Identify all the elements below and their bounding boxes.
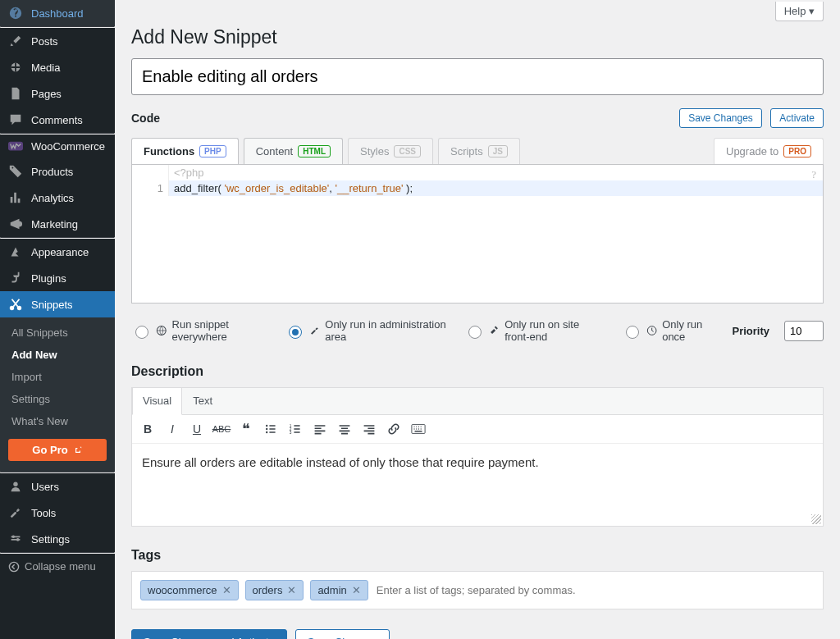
scope-frontend[interactable]: Only run on site front-end bbox=[464, 318, 607, 343]
menu-comments[interactable]: Comments bbox=[0, 107, 115, 133]
align-right-button[interactable] bbox=[358, 418, 380, 440]
menu-posts[interactable]: Posts bbox=[0, 28, 115, 54]
menu-analytics[interactable]: Analytics bbox=[0, 185, 115, 211]
tag-remove-icon[interactable]: ✕ bbox=[222, 584, 231, 596]
pin-icon bbox=[8, 34, 25, 48]
save-and-activate-button[interactable]: Save Changes and Activate bbox=[131, 629, 287, 639]
menu-label: Tools bbox=[31, 507, 56, 519]
menu-tools[interactable]: Tools bbox=[0, 500, 115, 526]
help-tab[interactable]: Help ▾ bbox=[775, 2, 824, 21]
settings-icon bbox=[8, 532, 25, 546]
wrench-icon bbox=[309, 324, 321, 337]
description-body[interactable]: Ensure all orders are editable instead o… bbox=[132, 444, 823, 526]
scope-admin[interactable]: Only run in administration area bbox=[285, 318, 450, 343]
svg-point-4 bbox=[13, 482, 17, 486]
comments-icon bbox=[8, 112, 25, 127]
page-title: Add New Snippet bbox=[131, 26, 824, 48]
snippet-title-input[interactable] bbox=[131, 58, 824, 95]
menu-snippets[interactable]: Snippets bbox=[0, 291, 115, 317]
snippets-icon bbox=[8, 297, 25, 312]
submenu-settings[interactable]: Settings bbox=[0, 388, 115, 410]
menu-label: Dashboard bbox=[31, 7, 84, 20]
menu-appearance[interactable]: Appearance bbox=[0, 239, 115, 265]
menu-marketing[interactable]: Marketing bbox=[0, 211, 115, 237]
external-link-icon bbox=[73, 445, 83, 455]
editor-tab-visual[interactable]: Visual bbox=[132, 388, 182, 415]
menu-settings[interactable]: Settings bbox=[0, 526, 115, 552]
tag-remove-icon[interactable]: ✕ bbox=[287, 584, 296, 596]
activate-button[interactable]: Activate bbox=[770, 108, 824, 128]
svg-point-7 bbox=[9, 562, 18, 571]
save-changes-button-bottom[interactable]: Save Changes bbox=[295, 629, 390, 639]
collapse-menu[interactable]: Collapse menu bbox=[0, 554, 115, 579]
tag-remove-icon[interactable]: ✕ bbox=[352, 584, 361, 596]
underline-button[interactable]: U bbox=[186, 418, 208, 440]
priority-input[interactable] bbox=[784, 321, 824, 341]
tab-scripts: ScriptsJS bbox=[438, 138, 520, 164]
svg-point-6 bbox=[16, 538, 20, 541]
menu-pages[interactable]: Pages bbox=[0, 80, 115, 107]
hammer-icon bbox=[489, 324, 500, 337]
submenu-add-new[interactable]: Add New bbox=[0, 344, 115, 366]
menu-label: WooCommerce bbox=[31, 140, 105, 153]
menu-users[interactable]: Users bbox=[0, 473, 115, 500]
tag-item: orders✕ bbox=[245, 580, 304, 600]
italic-button[interactable]: I bbox=[162, 418, 183, 440]
line-number: 1 bbox=[132, 180, 169, 196]
marketing-icon bbox=[8, 217, 25, 231]
menu-woocommerce[interactable]: WooCommerce bbox=[0, 135, 115, 158]
scope-everywhere[interactable]: Run snippet everywhere bbox=[131, 318, 270, 343]
numbered-list-button[interactable]: 123 bbox=[285, 418, 306, 440]
blockquote-button[interactable]: ❝ bbox=[235, 418, 257, 440]
link-button[interactable] bbox=[383, 418, 404, 440]
clock-icon bbox=[646, 324, 657, 337]
menu-label: Plugins bbox=[31, 272, 66, 285]
code-help-icon[interactable]: ? bbox=[811, 168, 816, 181]
menu-products[interactable]: Products bbox=[0, 158, 115, 185]
svg-point-10 bbox=[266, 425, 267, 427]
collapse-icon bbox=[8, 561, 20, 573]
strikethrough-button[interactable]: ABC bbox=[211, 418, 232, 440]
menu-label: Comments bbox=[31, 114, 83, 126]
align-center-button[interactable] bbox=[334, 418, 355, 440]
bold-button[interactable]: B bbox=[137, 418, 158, 440]
code-editor[interactable]: ? <?php 1add_filter( 'wc_order_is_editab… bbox=[131, 164, 824, 304]
users-icon bbox=[8, 479, 25, 494]
dashboard-icon bbox=[8, 6, 25, 21]
tab-functions[interactable]: FunctionsPHP bbox=[131, 138, 239, 164]
svg-point-12 bbox=[266, 431, 267, 433]
resize-grip[interactable] bbox=[811, 514, 821, 524]
menu-media[interactable]: Media bbox=[0, 54, 115, 80]
save-changes-button[interactable]: Save Changes bbox=[679, 108, 762, 128]
bottom-actions: Save Changes and Activate Save Changes bbox=[131, 629, 824, 639]
plugins-icon bbox=[8, 271, 25, 285]
menu-label: Users bbox=[31, 481, 59, 493]
bullet-list-button[interactable] bbox=[260, 418, 281, 440]
appearance-icon bbox=[8, 244, 25, 259]
tags-box: woocommerce✕ orders✕ admin✕ bbox=[131, 571, 824, 609]
go-pro-button[interactable]: Go Pro bbox=[8, 439, 107, 461]
html-badge: HTML bbox=[298, 145, 331, 157]
scope-once[interactable]: Only run once bbox=[622, 318, 718, 343]
upgrade-to-pro[interactable]: Upgrade toPRO bbox=[714, 138, 824, 164]
woocommerce-icon bbox=[8, 141, 25, 153]
tab-content[interactable]: ContentHTML bbox=[244, 138, 343, 164]
css-badge: CSS bbox=[394, 145, 421, 157]
products-icon bbox=[8, 164, 25, 179]
media-icon bbox=[8, 60, 25, 75]
menu-label: Media bbox=[31, 62, 60, 74]
editor-tab-text[interactable]: Text bbox=[182, 388, 223, 414]
code-heading: Code bbox=[131, 112, 160, 125]
menu-dashboard[interactable]: Dashboard bbox=[0, 0, 115, 26]
submenu-all-snippets[interactable]: All Snippets bbox=[0, 322, 115, 344]
tags-heading: Tags bbox=[131, 548, 824, 563]
menu-plugins[interactable]: Plugins bbox=[0, 265, 115, 291]
code-line: add_filter( 'wc_order_is_editable', '__r… bbox=[169, 180, 823, 196]
menu-label: Posts bbox=[31, 35, 58, 48]
submenu-import[interactable]: Import bbox=[0, 366, 115, 388]
submenu-whats-new[interactable]: What's New bbox=[0, 410, 115, 432]
tags-input[interactable] bbox=[375, 583, 815, 597]
svg-point-5 bbox=[12, 536, 16, 539]
keyboard-button[interactable] bbox=[408, 418, 429, 440]
align-left-button[interactable] bbox=[309, 418, 331, 440]
